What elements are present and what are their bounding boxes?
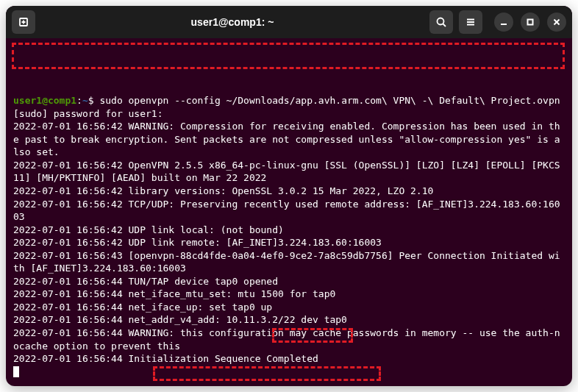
window-title: user1@comp1: ~ <box>41 16 424 28</box>
terminal-window: user1@comp1: ~ user1@comp1:~$ sudo openv… <box>6 6 572 386</box>
highlight-command <box>12 43 565 69</box>
output-line: 2022-07-01 16:56:44 Initialization Seque… <box>13 353 318 364</box>
output-line: 2022-07-01 16:56:42 OpenVPN 2.5.5 x86_64… <box>13 160 560 184</box>
output-line: 2022-07-01 16:56:42 TCP/UDP: Preserving … <box>13 199 560 223</box>
output-line: 2022-07-01 16:56:44 net_addr_v4_add: 10.… <box>13 314 347 325</box>
menu-button[interactable] <box>459 10 482 34</box>
output-line: 2022-07-01 16:56:42 library versions: Op… <box>13 185 433 196</box>
output-line: 2022-07-01 16:56:44 TUN/TAP device tap0 … <box>13 276 278 287</box>
new-tab-button[interactable] <box>12 10 35 34</box>
maximize-button[interactable] <box>521 13 540 32</box>
prompt-user-host: user1@comp1 <box>13 95 76 106</box>
output-line: 2022-07-01 16:56:42 UDP link remote: [AF… <box>13 237 382 248</box>
prompt-path: ~ <box>82 95 88 106</box>
output-line: [sudo] password for user1: <box>13 108 163 119</box>
output-line: 2022-07-01 16:56:44 WARNING: this config… <box>13 327 560 352</box>
search-button[interactable] <box>429 10 453 34</box>
output-line: 2022-07-01 16:56:44 net_iface_mtu_set: m… <box>13 288 335 299</box>
terminal-content[interactable]: user1@comp1:~$ sudo openvpn --config ~/D… <box>6 38 572 386</box>
titlebar: user1@comp1: ~ <box>6 6 572 38</box>
svg-rect-9 <box>528 20 533 25</box>
output-line: 2022-07-01 16:56:42 WARNING: Compression… <box>13 121 560 157</box>
window-controls <box>494 13 566 32</box>
svg-point-3 <box>438 18 444 25</box>
output-line: 2022-07-01 16:56:43 [openvpn-88cd4fde-0a… <box>13 250 560 274</box>
close-button[interactable] <box>547 13 566 32</box>
command-text: sudo openvpn --config ~/Downloads/app.av… <box>99 95 560 106</box>
output-line: 2022-07-01 16:56:42 UDP link local: (not… <box>13 224 284 235</box>
minimize-button[interactable] <box>494 13 513 32</box>
svg-line-4 <box>443 24 446 27</box>
highlight-init-complete <box>153 366 381 381</box>
output-line: 2022-07-01 16:56:44 net_iface_up: set ta… <box>13 302 272 313</box>
cursor <box>13 366 19 377</box>
